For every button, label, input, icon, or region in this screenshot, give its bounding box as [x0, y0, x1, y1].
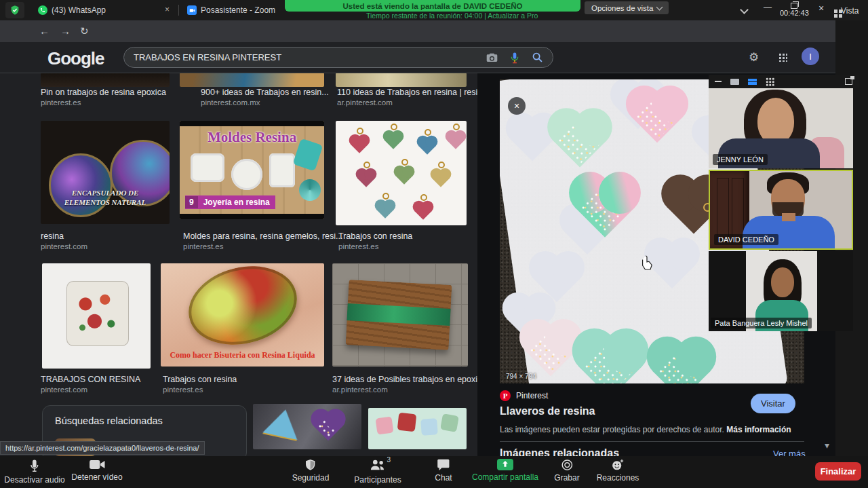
more-info-link[interactable]: Más información: [726, 425, 791, 434]
participants-button[interactable]: 3 Participantes: [354, 459, 401, 485]
result-thumbnail[interactable]: [41, 73, 170, 87]
microphone-icon: [28, 459, 40, 473]
stop-video-button[interactable]: Detener vídeo: [71, 459, 122, 482]
settings-gear-icon[interactable]: ⚙: [749, 50, 759, 64]
visit-button-label: Visitar: [761, 398, 785, 409]
resin-square: [397, 413, 417, 432]
forward-icon[interactable]: →: [60, 25, 71, 37]
result-thumbnail-table[interactable]: [332, 263, 468, 367]
source-name: Pinterest: [516, 391, 548, 400]
result-title[interactable]: Trabajos con resina: [338, 231, 412, 241]
resin-piece: [299, 179, 321, 201]
stop-video-label: Detener vídeo: [71, 472, 122, 482]
close-window-icon[interactable]: ×: [818, 3, 824, 14]
resin-cube: [66, 281, 129, 346]
result-domain: pinterest.es: [41, 98, 81, 107]
collapse-chevron-icon[interactable]: [740, 5, 749, 14]
result-title[interactable]: Trabajos con resina: [163, 375, 237, 384]
zoom-screen-share-view: (43) WhatsApp × Posasistente - Zoom Uste…: [0, 0, 868, 488]
google-profile-initial: I: [809, 52, 812, 62]
search-by-image-camera-icon[interactable]: [486, 52, 498, 62]
participant-video-david-active-speaker[interactable]: DAVID CEDEÑO: [709, 170, 853, 250]
result-domain: pinterest.es: [338, 242, 378, 250]
participant-name-label: Pata Banguera Lesly Mishel: [711, 318, 812, 329]
grid-view-icon: [834, 10, 837, 13]
voice-search-mic-icon[interactable]: [510, 52, 519, 64]
result-thumbnail[interactable]: [180, 73, 324, 87]
restore-window-icon[interactable]: [791, 3, 797, 9]
result-domain: pinterest.com: [41, 242, 87, 250]
participant-video-pata[interactable]: Pata Banguera Lesly Mishel: [709, 251, 853, 331]
tab-close-icon[interactable]: ×: [165, 5, 170, 14]
door-panel: [732, 178, 744, 240]
result-title[interactable]: Moldes para resina, resina gemelos, resi…: [183, 231, 343, 241]
related-image-thumbnail[interactable]: [253, 404, 361, 449]
preview-title[interactable]: Llaveros de resina: [500, 405, 595, 417]
result-title[interactable]: 110 ideas de Trabajos en resina | resina…: [337, 88, 499, 97]
result-title[interactable]: TRABAJOS CON RESINA: [41, 375, 140, 384]
vista-button[interactable]: Vista: [834, 6, 859, 16]
google-logo[interactable]: Google: [47, 48, 104, 69]
zoom-app-icon: [187, 5, 197, 15]
tab-whatsapp[interactable]: (43) WhatsApp: [38, 2, 106, 18]
share-screen-button[interactable]: Compartir pantalla: [472, 459, 538, 482]
back-icon[interactable]: ←: [39, 25, 50, 37]
result-thumbnail-cabochon[interactable]: Como hacer Bisuteria con Resina Liquida: [161, 263, 324, 367]
mold-shape: [231, 159, 262, 190]
search-icon[interactable]: [532, 52, 543, 63]
layout-icon[interactable]: [845, 78, 852, 85]
result-title[interactable]: Pin on trabajos de resina epoxica: [41, 88, 166, 97]
google-profile-avatar[interactable]: I: [802, 48, 819, 65]
thumbnail-overlay-text: Como hacer Bisuteria con Resina Liquida: [161, 350, 324, 360]
resin-cabochon: [180, 263, 305, 356]
mute-audio-button[interactable]: Desactivar audio: [4, 459, 64, 485]
related-image-thumbnail[interactable]: [368, 408, 467, 449]
result-thumbnail-cube[interactable]: [42, 263, 151, 369]
hand-cursor: [641, 255, 653, 271]
security-button[interactable]: Seguridad: [292, 459, 330, 483]
participant-video-jenny[interactable]: JENNY LEÓN: [709, 88, 853, 168]
image-dimensions-label: 794 × 794: [506, 373, 536, 380]
strip-view-icon[interactable]: [748, 79, 757, 85]
google-apps-grid-icon[interactable]: [778, 53, 787, 62]
chat-button[interactable]: Chat: [435, 459, 452, 483]
share-screen-label: Compartir pantalla: [472, 472, 538, 482]
mold-shape: [269, 153, 295, 187]
minimize-strip-icon[interactable]: [715, 81, 722, 82]
door-panel: [717, 178, 729, 240]
reload-icon[interactable]: ↻: [80, 25, 89, 37]
zoom-meeting-toolbar: Desactivar audio Detener vídeo Seguridad…: [0, 456, 868, 488]
tab-zoom[interactable]: Posasistente - Zoom: [187, 2, 275, 18]
person-face: [757, 98, 794, 144]
search-box[interactable]: TRABAJOS EN RESINA PINTEREST: [123, 47, 553, 68]
result-title[interactable]: 900+ ideas de Trabajos en resin...: [201, 88, 329, 97]
vista-label: Vista: [841, 6, 859, 16]
reactions-button[interactable]: Reacciones: [597, 459, 639, 483]
record-label: Grabar: [554, 473, 579, 483]
result-title[interactable]: resina: [41, 231, 64, 241]
star-pendant: [262, 406, 302, 440]
person-face: [771, 267, 794, 297]
result-title[interactable]: 37 ideas de Posibles trabajos en epoxi..…: [332, 375, 484, 384]
speaker-view-icon[interactable]: [730, 79, 739, 85]
resin-pendant-circle: [49, 153, 113, 217]
letterbox-bar: [180, 214, 324, 219]
scroll-down-icon[interactable]: ▾: [825, 440, 829, 451]
source-row[interactable]: P Pinterest: [500, 390, 548, 401]
panel-divider: [500, 441, 804, 442]
close-preview-button[interactable]: ×: [508, 97, 526, 115]
result-thumbnail[interactable]: [336, 73, 467, 87]
result-thumbnail-encapsulado[interactable]: ENCAPSULADO DE ELEMENTOS NATURAL: [41, 121, 170, 224]
gallery-view-icon[interactable]: [766, 77, 774, 86]
record-button[interactable]: Grabar: [554, 459, 579, 483]
result-thumbnail-hearts[interactable]: [336, 121, 467, 225]
copyright-note: Las imágenes pueden estar protegidas por…: [500, 425, 791, 434]
result-thumbnail-moldes[interactable]: Moldes Resina 9 Joyería en resina: [180, 121, 324, 219]
meeting-time-remaining: Tiempo restante de la reunión: 04:00 | A…: [366, 12, 538, 20]
minimize-icon[interactable]: —: [764, 3, 772, 12]
status-bar-link: https://ar.pinterest.com/gracielazapata0…: [0, 441, 205, 455]
end-meeting-button[interactable]: Finalizar: [815, 462, 861, 481]
view-options-button[interactable]: Opciones de vista: [585, 1, 669, 14]
visit-button[interactable]: Visitar: [751, 394, 795, 413]
browser-toolbar: ← → ↻: [0, 20, 835, 42]
